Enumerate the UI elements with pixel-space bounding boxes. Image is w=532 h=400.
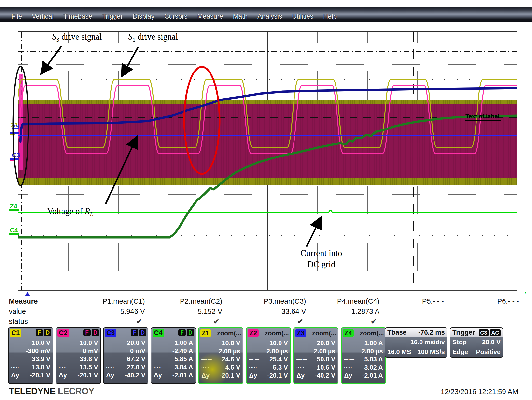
trace-layer [18,32,517,290]
z1-level-marker[interactable] [10,134,15,135]
dotted-cursor-icon: ····· [11,363,19,371]
zoom-descriptor-z4[interactable]: Z4 zoom(... 1.00 A 2.00 µs —·—5.03 A ···… [341,327,386,384]
menu-help[interactable]: Help [323,13,337,20]
trigger-descriptor[interactable]: Trigger C3AC Stop20.0 V EdgePositive [450,327,503,358]
z2-chip: Z2 [248,329,259,337]
c1-chip: C1 [10,329,21,337]
trigger-coupling-badge: AC [490,329,501,336]
timebase-descriptor[interactable]: Tbase-76.2 ms 16.0 ms/div 16.0 MS100 MS/… [385,327,447,358]
z3-axis-label[interactable]: Z3 [12,123,19,131]
c2-f-badge: F [83,329,91,336]
menu-bar: File Vertical Timebase Trigger Display C… [0,7,532,22]
datetime-display: 12/23/2016 12:21:59 AM [422,388,518,396]
z1-chip: Z1 [200,329,211,337]
c4-f-badge: F [178,329,186,336]
scroll-right-arrow-icon[interactable]: → [519,286,528,297]
c3-f-badge: F [131,329,138,336]
menu-utilities[interactable]: Utilities [292,13,313,20]
menu-measure[interactable]: Measure [197,13,223,20]
z3-level-marker[interactable] [10,132,19,134]
c1-f-badge: F [36,329,43,336]
channel-descriptor-c4[interactable]: C4 FD 1.00 A -2.49 A —·—5.85 A ·····3.84… [151,327,196,384]
p1-status-check-icon: ✔ [74,316,145,327]
s1-annotation-text: S1 drive signal [128,32,178,43]
c3-d-badge: D [139,329,146,336]
dotted-cursor-icon: ····· [344,363,352,371]
dashdot-cursor-icon: —·— [11,355,22,363]
trigger-source-badge: C3 [479,329,489,336]
channel-descriptor-c3[interactable]: C3 FD 20.0 V 0 mV —·—67.2 V ·····27.0 V … [103,327,148,384]
zoom-descriptor-z1[interactable]: Z1 zoom(... 10.0 V 2.00 µs —·—24.6 V ···… [198,327,243,384]
measure-p4[interactable]: P4:mean(C4) 1.2873 A ✔ [308,296,379,327]
teledyne-lecroy-logo: TELEDYNELECROY [9,386,94,397]
measure-p2[interactable]: P2:mean(C2) 5.152 V ✔ [151,296,222,327]
c4-current-trace [18,116,517,237]
menu-cursors[interactable]: Cursors [164,13,188,20]
c3-chip: C3 [105,329,116,337]
dashdot-cursor-icon: —·— [59,355,69,363]
menu-timebase[interactable]: Timebase [63,13,92,20]
p2-status-check-icon: ✔ [151,316,222,327]
s3-annotation-text: S3 drive signal [52,32,102,43]
dashdot-cursor-icon: —·— [154,355,164,363]
dotted-cursor-icon: ····· [201,363,210,371]
c4-level-marker[interactable] [9,233,19,235]
c4-chip: C4 [153,329,164,337]
dashdot-cursor-icon: —·— [344,355,355,363]
dotted-cursor-icon: ····· [106,363,114,371]
dashdot-cursor-icon: —·— [106,355,117,363]
p4-status-check-icon: ✔ [308,316,379,327]
measure-p6[interactable]: P6:- - - [448,296,519,327]
z3-chip: Z3 [295,329,306,337]
trace-text-label[interactable]: Text of label [465,113,501,121]
navy-dc-bus-trace [20,88,517,142]
p3-status-check-icon: ✔ [235,316,306,327]
dashdot-cursor-icon: —·— [201,355,212,363]
dashdot-cursor-icon: —·— [296,355,307,363]
measure-p3[interactable]: P3:mean(C3) 33.64 V ✔ [235,296,306,327]
z4-chip: Z4 [343,329,354,337]
current-annotation-text: Current into DC grid [287,248,356,270]
zoom-descriptor-z3[interactable]: Z3 zoom(... 20.0 V 2.00 µs —·—50.8 V ···… [293,327,338,384]
menu-vertical[interactable]: Vertical [32,13,54,20]
dotted-cursor-icon: ····· [249,363,257,371]
zoom-descriptor-z2[interactable]: Z2 zoom(... 10.0 V 2.00 µs —·—25.4 V ···… [246,327,291,384]
menu-file[interactable]: File [11,13,22,20]
menu-math[interactable]: Math [233,13,248,20]
z4-level-marker[interactable] [9,209,19,211]
menu-analysis[interactable]: Analysis [257,13,282,20]
menu-display[interactable]: Display [133,13,154,20]
c2-d-badge: D [92,329,99,336]
menu-trigger[interactable]: Trigger [102,13,123,20]
voltage-annotation-text: Voltage of RL [47,206,93,217]
c3-level-marker[interactable] [10,158,19,160]
c4-d-badge: D [187,329,194,336]
waveform-grid [18,31,517,291]
channel-descriptor-c1[interactable]: C1 FD 10.0 V -300 mV —·—33.9 V ·····13.8… [8,327,53,384]
trigger-time-marker[interactable] [25,292,30,296]
c2-chip: C2 [57,329,69,337]
channel-descriptor-c2[interactable]: C2 FD 10.0 V 0 mV —·—33.6 V ·····13.5 V … [56,327,101,384]
measure-p1[interactable]: P1:mean(C1) 5.946 V ✔ [74,296,145,327]
dotted-cursor-icon: ····· [296,363,305,371]
measure-p5[interactable]: P5:- - - [373,296,444,327]
dotted-cursor-icon: ····· [154,363,162,371]
c2-level-marker[interactable] [10,160,15,161]
dashdot-cursor-icon: —·— [249,355,260,363]
c1-d-badge: D [44,329,51,336]
dotted-cursor-icon: ····· [59,363,67,371]
oscilloscope-screen: File Vertical Timebase Trigger Display C… [0,0,532,400]
measure-row-label: Measure value status [9,296,58,327]
